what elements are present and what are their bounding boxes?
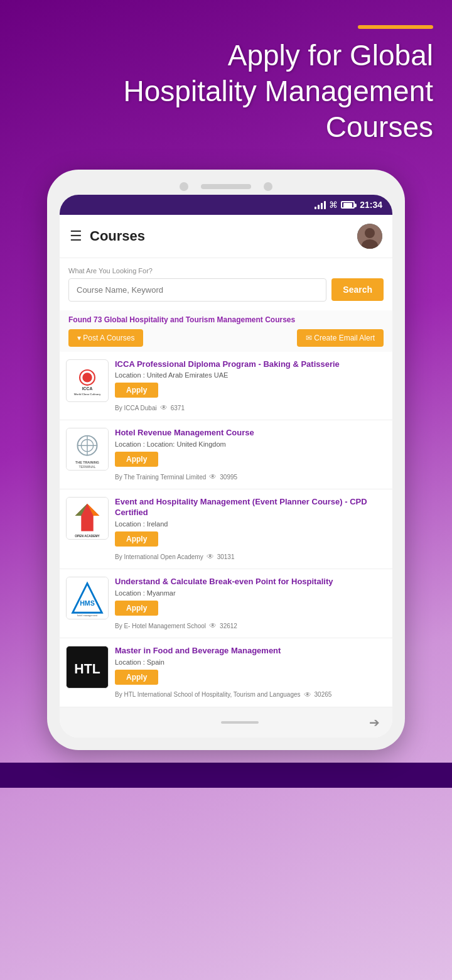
course-views: 30131	[217, 553, 235, 560]
list-item: HMS hotel management Understand & Calcul…	[60, 569, 392, 638]
course-meta: By E- Hotel Management School 👁 32612	[115, 621, 386, 630]
open-academy-logo-svg: OPEN ACADEMY	[67, 497, 108, 540]
list-item: THE TRAINING TERMINAL Hotel Revenue Mana…	[60, 420, 392, 489]
svg-text:TERMINAL: TERMINAL	[79, 466, 96, 469]
course-info: Master in Food and Beverage Management L…	[115, 646, 386, 699]
search-section: What Are You Looking For? Search	[60, 258, 392, 310]
views-icon: 👁	[209, 621, 217, 630]
course-by: By ICCA Dubai	[115, 405, 157, 411]
signal-bar-4	[324, 201, 326, 209]
battery-icon	[341, 201, 355, 209]
svg-text:World Class Culinary: World Class Culinary	[74, 393, 101, 396]
status-time: 21:34	[360, 200, 382, 210]
course-info: Understand & Calculate Break-even Point …	[115, 577, 386, 630]
course-info: Event and Hospitality Management (Event …	[115, 497, 386, 561]
course-location: Location : Myanmar	[115, 589, 386, 597]
status-bar: ⌘ 21:34	[60, 195, 392, 215]
svg-text:THE TRAINING: THE TRAINING	[75, 461, 99, 465]
list-item: ICCA World Class Culinary ICCA Professio…	[60, 352, 392, 421]
course-info: ICCA Professional Diploma Program - Baki…	[115, 359, 386, 413]
action-row: ▾ Post A Courses ✉ Create Email Alert	[68, 329, 384, 347]
signal-bar-3	[321, 203, 323, 209]
apply-button[interactable]: Apply	[115, 601, 158, 616]
phone-shell: ⌘ 21:34 ☰ Courses What Are You Looking F…	[47, 170, 405, 750]
search-label: What Are You Looking For?	[68, 267, 384, 275]
results-bar: Found 73 Global Hospitality and Tourism …	[60, 310, 392, 352]
course-logo: ICCA World Class Culinary	[66, 359, 109, 402]
course-meta: By HTL International School of Hospitali…	[115, 690, 386, 699]
training-logo-svg: THE TRAINING TERMINAL	[67, 428, 108, 471]
front-camera	[180, 182, 188, 191]
list-item: OPEN ACADEMY Event and Hospitality Manag…	[60, 489, 392, 569]
course-title: Understand & Calculate Break-even Point …	[115, 577, 386, 587]
signal-bar-2	[318, 205, 320, 209]
front-camera-2	[264, 182, 272, 191]
app-header: ☰ Courses	[60, 215, 392, 258]
svg-text:OPEN ACADEMY: OPEN ACADEMY	[75, 535, 100, 538]
icca-logo-svg: ICCA World Class Culinary	[69, 359, 105, 402]
svg-point-1	[365, 228, 375, 238]
battery-fill	[343, 203, 352, 208]
signal-bar-1	[315, 207, 316, 209]
course-views: 6371	[171, 405, 185, 411]
hms-logo-svg: HMS hotel management	[67, 577, 108, 619]
signal-icon	[315, 200, 326, 209]
course-by: By E- Hotel Management School	[115, 623, 206, 629]
apply-button[interactable]: Apply	[115, 670, 158, 685]
course-location: Location : United Arab Emirates UAE	[115, 371, 386, 379]
page-footer	[0, 763, 452, 788]
htl-logo-svg: HTL	[67, 646, 108, 689]
header-title: Apply for Global Hospitality Management …	[19, 36, 433, 144]
course-meta: By The Training Terminal Limited 👁 30995	[115, 472, 386, 481]
svg-text:hotel management: hotel management	[77, 614, 98, 617]
course-views: 32612	[220, 623, 237, 629]
course-title: Hotel Revenue Management Course	[115, 428, 386, 438]
views-icon: 👁	[207, 552, 214, 561]
apply-button[interactable]: Apply	[115, 452, 158, 467]
svg-text:HTL: HTL	[74, 662, 100, 677]
list-item: HTL Master in Food and Beverage Manageme…	[60, 638, 392, 707]
accent-bar	[358, 25, 433, 29]
apply-button[interactable]: Apply	[115, 531, 158, 547]
phone-bottom-nav: ➔	[60, 707, 392, 738]
views-icon: 👁	[209, 472, 217, 481]
svg-point-5	[82, 373, 92, 382]
course-by: By International Open Academy	[115, 553, 203, 560]
course-by: By The Training Terminal Limited	[115, 474, 206, 481]
home-indicator	[221, 721, 259, 724]
avatar[interactable]	[357, 224, 382, 249]
course-location: Location : Ireland	[115, 520, 386, 528]
course-views: 30995	[220, 474, 237, 481]
email-alert-button[interactable]: ✉ Create Email Alert	[297, 329, 384, 347]
course-logo: HTL	[66, 646, 109, 689]
results-count: Found 73 Global Hospitality and Tourism …	[68, 315, 384, 324]
search-button[interactable]: Search	[331, 278, 384, 301]
search-row: Search	[68, 278, 384, 302]
header-section: Apply for Global Hospitality Management …	[0, 0, 452, 157]
course-logo: HMS hotel management	[66, 577, 109, 619]
phone-notch	[60, 182, 392, 191]
course-meta: By ICCA Dubai 👁 6371	[115, 403, 386, 412]
course-views: 30265	[315, 691, 332, 698]
apply-button[interactable]: Apply	[115, 383, 158, 398]
status-icons: ⌘	[315, 200, 355, 210]
back-button[interactable]: ➔	[369, 715, 380, 730]
course-title: Master in Food and Beverage Management	[115, 646, 386, 656]
app-title: Courses	[90, 228, 357, 244]
svg-text:ICCA: ICCA	[82, 386, 93, 391]
course-meta: By International Open Academy 👁 30131	[115, 552, 386, 561]
course-title: ICCA Professional Diploma Program - Baki…	[115, 359, 386, 370]
phone-speaker	[201, 184, 251, 189]
hamburger-icon[interactable]: ☰	[70, 228, 82, 244]
avatar-svg	[357, 224, 382, 249]
post-courses-button[interactable]: ▾ Post A Courses	[68, 329, 143, 347]
course-by: By HTL International School of Hospitali…	[115, 691, 301, 698]
views-icon: 👁	[160, 403, 168, 412]
course-location: Location : Spain	[115, 658, 386, 666]
course-list: ICCA World Class Culinary ICCA Professio…	[60, 352, 392, 707]
course-location: Location : Location: United Kingdom	[115, 440, 386, 448]
course-title: Event and Hospitality Management (Event …	[115, 497, 386, 518]
search-input[interactable]	[68, 278, 326, 302]
phone-screen: ⌘ 21:34 ☰ Courses What Are You Looking F…	[60, 195, 392, 738]
course-logo: OPEN ACADEMY	[66, 497, 109, 540]
